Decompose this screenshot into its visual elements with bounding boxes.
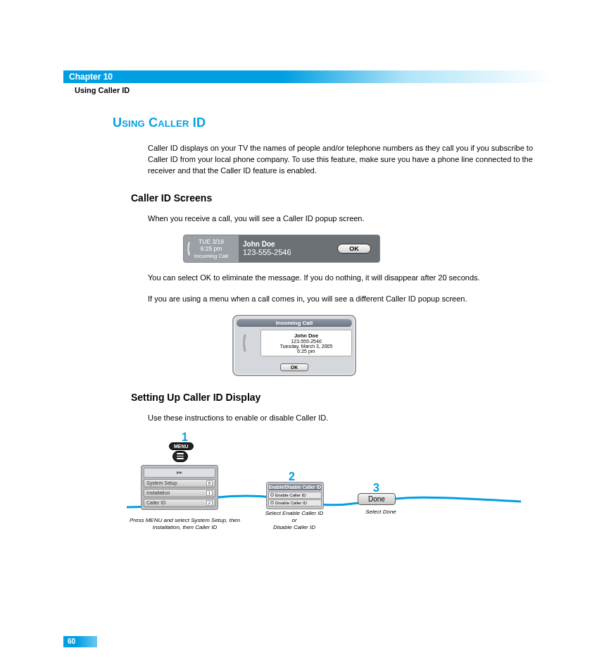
step2-caption: Select Enable Caller ID or Disable Calle… xyxy=(259,510,329,531)
popup1-center-panel: John Doe 123-555-2546 xyxy=(239,235,329,262)
menu-row-installation: Installation 1 xyxy=(144,489,215,497)
menu-row-key: 1 xyxy=(206,490,213,496)
popup2-ok-row: OK xyxy=(237,359,352,372)
popup1-caller-number: 123-555-2546 xyxy=(243,248,325,256)
menu-button-label: MENU xyxy=(169,442,194,450)
popup2-header: Incoming Call xyxy=(237,319,352,327)
popup2-body: John Doe 123-555-2546 Tuesday, March 3, … xyxy=(237,330,352,356)
menu-row-caller-id: Caller ID 2 xyxy=(144,499,215,507)
menu-row-label: Caller ID xyxy=(146,500,165,505)
popup1-caller-name: John Doe xyxy=(243,240,325,248)
done-button[interactable]: Done xyxy=(358,493,396,505)
setup-para: Use these instructions to enable or disa… xyxy=(148,413,546,424)
screens-para-3: If you are using a menu when a call come… xyxy=(148,294,546,305)
popup2-info-box: John Doe 123-555-2546 Tuesday, March 3, … xyxy=(260,330,352,356)
enable-disable-dialog: Enable/Disable Caller ID Enable Caller I… xyxy=(266,482,324,509)
popup1-right-panel: OK xyxy=(329,235,379,262)
step-number-1: 1 xyxy=(182,431,188,444)
step1-caption: Press MENU and select System Setup, then… xyxy=(127,517,243,531)
main-heading: Using Caller ID xyxy=(113,116,553,130)
chapter-bar: Chapter 10 xyxy=(63,70,553,83)
enable-option: Enable Caller ID xyxy=(268,492,322,499)
enable-option-label: Enable Caller ID xyxy=(275,493,306,497)
screens-para-2: You can select OK to eliminate the messa… xyxy=(148,273,546,284)
ok-button[interactable]: OK xyxy=(337,244,371,254)
step2-caption-l3: Disable Caller ID xyxy=(273,524,315,530)
section-label: Using Caller ID xyxy=(75,86,553,94)
menu-icon xyxy=(172,451,188,462)
menu-row-label: Installation xyxy=(146,490,170,495)
intro-paragraph: Caller ID displays on your TV the names … xyxy=(148,143,546,177)
radio-icon xyxy=(270,501,274,504)
menu-row-system-setup: System Setup 8 xyxy=(144,479,215,487)
screens-para-1: When you receive a call, you will see a … xyxy=(148,213,546,225)
popup2-time: 6:25 pm xyxy=(263,349,350,354)
radio-icon xyxy=(270,493,274,497)
menu-row-label: System Setup xyxy=(146,480,177,485)
menu-mock-preview: ▸▸ xyxy=(144,468,215,478)
page-number: 60 xyxy=(63,636,97,647)
ok-button[interactable]: OK xyxy=(280,363,309,371)
popup1-left-panel: TUE 3/19 6:25 pm Incoming Call xyxy=(184,235,239,262)
popup2-container: Incoming Call John Doe 123-555-2546 Tues… xyxy=(232,315,356,376)
disable-option: Disable Caller ID xyxy=(268,499,322,506)
disable-option-label: Disable Caller ID xyxy=(275,501,307,505)
callerid-popup-menu: Incoming Call John Doe 123-555-2546 Tues… xyxy=(232,315,553,376)
popup1-container: TUE 3/19 6:25 pm Incoming Call John Doe … xyxy=(183,235,380,263)
step2-caption-l2: or xyxy=(291,517,296,523)
menu-row-key: 8 xyxy=(206,480,213,486)
sub-heading-setup: Setting Up Caller ID Display xyxy=(131,392,553,403)
steps-diagram: 1 MENU ▸▸ System Setup 8 Installation 1 … xyxy=(148,434,553,547)
step3-caption: Select Done xyxy=(356,509,406,515)
popup2-caller-number: 123-555-2546 xyxy=(263,339,350,344)
menu-row-key: 2 xyxy=(206,500,213,506)
menu-screen-mock: ▸▸ System Setup 8 Installation 1 Caller … xyxy=(141,465,218,510)
callerid-popup-wide: TUE 3/19 6:25 pm Incoming Call John Doe … xyxy=(183,235,553,263)
popup2-caller-name: John Doe xyxy=(263,332,350,339)
step-number-2: 2 xyxy=(289,471,295,483)
step2-caption-l1: Select Enable Caller ID xyxy=(265,510,324,516)
document-page: Chapter 10 Using Caller ID Using Caller … xyxy=(0,0,616,672)
popup2-datetime: Tuesday, March 3, 2005 xyxy=(263,344,350,349)
phone-icon xyxy=(186,239,196,258)
phone-icon xyxy=(237,330,258,356)
sub-heading-screens: Caller ID Screens xyxy=(131,192,553,204)
step-number-3: 3 xyxy=(373,482,379,494)
enable-dialog-header: Enable/Disable Caller ID xyxy=(268,484,322,490)
